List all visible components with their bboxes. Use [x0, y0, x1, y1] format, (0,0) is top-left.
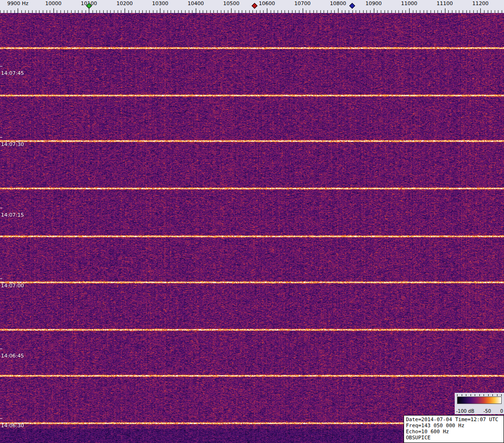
freq-tick-minor — [349, 10, 349, 13]
freq-tick-minor — [331, 10, 332, 13]
freq-tick-major — [125, 8, 125, 13]
frequency-ruler[interactable]: 9900 Hz100001010010200103001040010500106… — [0, 0, 504, 13]
freq-tick-minor — [470, 10, 470, 13]
freq-tick-minor — [278, 10, 278, 13]
freq-tick-minor — [320, 10, 321, 13]
freq-tick-minor — [295, 10, 296, 13]
freq-tick-minor — [334, 10, 335, 13]
colorbar-tick — [484, 394, 484, 396]
freq-tick-minor — [239, 10, 239, 13]
freq-tick-minor — [413, 10, 413, 13]
freq-tick-minor — [424, 10, 424, 13]
freq-tick-minor — [498, 10, 498, 13]
freq-tick-major — [231, 8, 232, 13]
freq-tick-minor — [452, 10, 452, 13]
colorbar-tick — [471, 394, 471, 396]
freq-axis-label: 10600 — [259, 0, 275, 7]
marker-diamond-blue[interactable] — [349, 3, 355, 9]
freq-tick-minor — [213, 10, 214, 13]
freq-axis-label: 10200 — [116, 0, 133, 7]
freq-tick-minor — [473, 10, 474, 13]
freq-tick-minor — [146, 10, 146, 13]
freq-tick-minor — [60, 10, 61, 13]
info-line-echo: Echo=10 600 Hz — [406, 429, 502, 435]
freq-tick-minor — [128, 10, 129, 13]
marker-diamond-red[interactable] — [252, 3, 258, 9]
freq-tick-major — [160, 8, 160, 13]
freq-tick-minor — [110, 10, 111, 13]
freq-tick-minor — [78, 10, 79, 13]
freq-axis-label: 10000 — [45, 0, 61, 7]
freq-axis-label: 10700 — [294, 0, 311, 7]
info-line-station: OBSUPICE — [406, 435, 502, 441]
freq-tick-minor — [402, 10, 403, 13]
freq-tick-minor — [288, 10, 289, 13]
freq-tick-minor — [167, 10, 168, 13]
waterfall-area[interactable]: 14:07:4514:07:3014:07:1514:07:0014:06:45… — [0, 13, 504, 443]
colorbar-label-min: -100 dB — [456, 409, 474, 414]
freq-tick-minor — [463, 10, 463, 13]
time-axis-tick — [0, 208, 2, 208]
freq-tick-minor — [456, 10, 456, 13]
freq-tick-minor — [192, 10, 192, 13]
colorbar-tick — [466, 394, 466, 396]
freq-tick-minor — [441, 10, 442, 13]
time-axis-label: 14:07:45 — [1, 70, 24, 76]
freq-axis-label: 10800 — [330, 0, 346, 7]
freq-tick-minor — [242, 10, 242, 13]
freq-tick-minor — [249, 10, 250, 13]
freq-tick-minor — [203, 10, 203, 13]
freq-tick-minor — [448, 10, 449, 13]
freq-tick-minor — [189, 10, 189, 13]
freq-tick-minor — [157, 10, 157, 13]
colorbar-tick — [462, 394, 462, 396]
freq-tick-minor — [121, 10, 121, 13]
freq-tick-minor — [299, 10, 299, 13]
freq-tick-major — [196, 8, 196, 13]
freq-tick-minor — [252, 10, 253, 13]
freq-tick-minor — [224, 10, 225, 13]
freq-axis-label: 11200 — [472, 0, 489, 7]
freq-tick-minor — [132, 10, 132, 13]
freq-tick-minor — [377, 10, 378, 13]
freq-tick-major — [445, 8, 445, 13]
freq-tick-minor — [178, 10, 179, 13]
freq-tick-minor — [398, 10, 399, 13]
freq-tick-minor — [388, 10, 388, 13]
freq-tick-minor — [477, 10, 477, 13]
freq-tick-minor — [221, 10, 221, 13]
freq-tick-minor — [57, 10, 57, 13]
freq-tick-minor — [434, 10, 435, 13]
freq-tick-major — [374, 8, 374, 13]
freq-tick-minor — [352, 10, 353, 13]
freq-tick-major — [480, 8, 481, 13]
freq-tick-minor — [427, 10, 427, 13]
freq-tick-minor — [285, 10, 285, 13]
freq-tick-minor — [181, 10, 182, 13]
freq-tick-major — [303, 8, 303, 13]
colorbar-legend: -100 dB -50 0 — [455, 393, 504, 414]
freq-tick-minor — [28, 10, 29, 13]
freq-tick-minor — [93, 10, 93, 13]
colorbar-label-mid: -50 — [484, 409, 491, 414]
time-axis-tick — [0, 418, 2, 419]
freq-tick-minor — [64, 10, 65, 13]
freq-tick-minor — [466, 10, 467, 13]
time-axis-tick — [0, 137, 2, 138]
freq-tick-minor — [324, 10, 324, 13]
freq-tick-minor — [356, 10, 356, 13]
freq-tick-minor — [86, 10, 86, 13]
freq-tick-minor — [43, 10, 43, 13]
freq-tick-major — [53, 8, 54, 13]
freq-tick-minor — [317, 10, 317, 13]
freq-tick-minor — [71, 10, 72, 13]
freq-tick-minor — [171, 10, 171, 13]
freq-tick-minor — [32, 10, 33, 13]
time-axis-tick — [0, 66, 2, 66]
freq-tick-minor — [75, 10, 75, 13]
freq-tick-minor — [271, 10, 271, 13]
spectrogram-waterfall[interactable] — [0, 13, 504, 443]
time-axis-tick — [0, 349, 2, 349]
colorbar-label-max: 0 — [500, 409, 503, 414]
freq-tick-major — [409, 8, 410, 13]
